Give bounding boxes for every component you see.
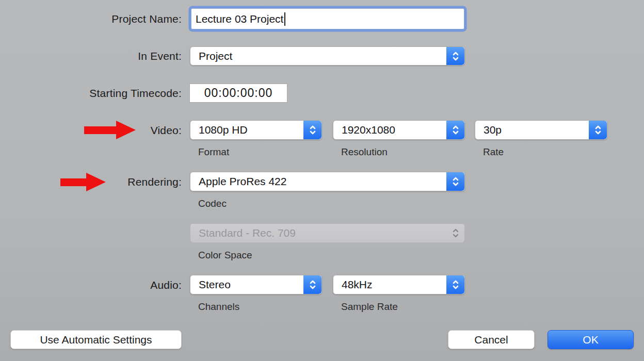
stepper-chevrons-icon [446,121,464,139]
video-rate-select[interactable]: 30p [475,120,607,140]
project-name-value: Lecture 03 Project [196,13,283,25]
use-automatic-settings-label: Use Automatic Settings [40,334,152,346]
resolution-caption: Resolution [341,146,388,158]
channels-caption: Channels [198,301,239,313]
ok-button[interactable]: OK [548,330,634,349]
stepper-chevrons-icon [303,121,321,139]
stepper-chevrons-icon [303,275,321,294]
video-resolution-select[interactable]: 1920x1080 [333,120,465,140]
rate-caption: Rate [483,146,504,158]
ok-label: OK [583,334,598,346]
audio-channels-select[interactable]: Stereo [190,275,322,294]
starting-timecode-input[interactable]: 00:00:00:00 [189,84,287,103]
rendering-codec-value: Apple ProRes 422 [190,175,446,188]
stepper-chevrons-icon [446,47,464,65]
video-rate-value: 30p [475,124,589,136]
project-settings-dialog: Project Name: Lecture 03 Project In Even… [0,0,644,361]
sample-rate-caption: Sample Rate [341,301,398,313]
project-name-label: Project Name: [0,13,182,25]
video-format-value: 1080p HD [190,124,303,136]
text-caret [284,12,285,26]
stepper-chevrons-icon [446,172,464,191]
in-event-label: In Event: [0,50,182,62]
cancel-label: Cancel [474,334,508,346]
in-event-select[interactable]: Project [190,46,465,65]
color-space-value: Standard - Rec. 709 [190,227,446,239]
starting-timecode-value: 00:00:00:00 [204,86,273,100]
stepper-chevrons-icon [446,224,464,242]
use-automatic-settings-button[interactable]: Use Automatic Settings [10,330,182,349]
video-resolution-value: 1920x1080 [333,124,446,136]
audio-sample-rate-value: 48kHz [333,278,446,291]
format-caption: Format [198,146,229,158]
cancel-button[interactable]: Cancel [448,330,535,349]
rendering-color-space-select: Standard - Rec. 709 [190,223,465,243]
color-space-caption: Color Space [198,250,252,261]
codec-caption: Codec [198,198,227,209]
rendering-codec-select[interactable]: Apple ProRes 422 [190,172,465,191]
video-label: Video: [0,124,182,137]
audio-sample-rate-select[interactable]: 48kHz [333,275,465,294]
audio-channels-value: Stereo [190,278,303,291]
starting-timecode-label: Starting Timecode: [0,87,182,100]
stepper-chevrons-icon [446,275,464,294]
project-name-input[interactable]: Lecture 03 Project [191,8,464,29]
audio-label: Audio: [0,279,182,291]
video-format-select[interactable]: 1080p HD [190,120,322,140]
stepper-chevrons-icon [589,121,607,139]
in-event-value: Project [190,50,446,62]
rendering-label: Rendering: [0,176,182,188]
